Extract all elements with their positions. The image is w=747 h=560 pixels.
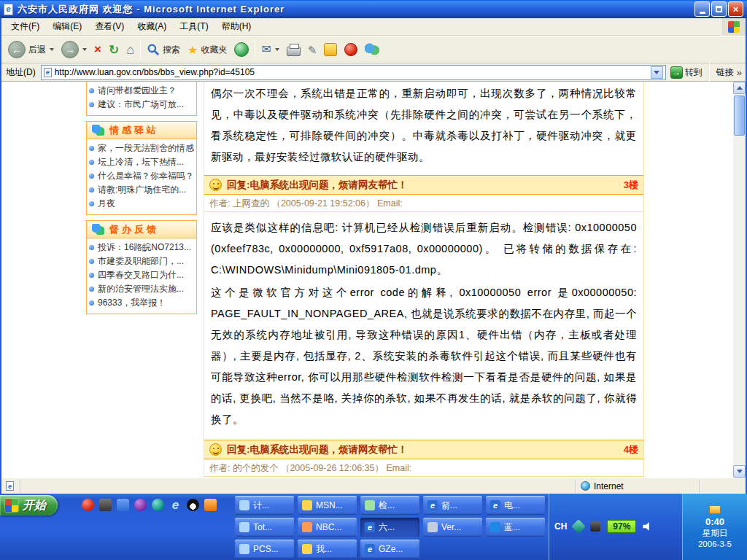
taskbar-button[interactable]: MSN... xyxy=(298,496,357,515)
taskbar-button[interactable]: PCS... xyxy=(235,540,294,559)
vertical-scrollbar[interactable] xyxy=(733,82,746,478)
minimize-button[interactable] xyxy=(694,1,710,17)
sidebar-topic-link[interactable]: 建议：市民广场可放... xyxy=(89,98,194,112)
floor-badge: 3楼 xyxy=(624,179,638,192)
ie-quick-launch-icon[interactable]: e xyxy=(169,499,182,511)
favorites-button[interactable]: ★ 收藏夹 xyxy=(184,41,231,59)
bullet-icon xyxy=(89,102,94,107)
qq-quick-launch-icon[interactable] xyxy=(187,499,199,511)
menu-edit[interactable]: 编辑(E) xyxy=(46,18,88,36)
sidebar-topic-link[interactable]: 请教:明珠广场住宅的... xyxy=(89,183,194,197)
app-icon xyxy=(239,522,249,532)
ie-app-icon: e xyxy=(490,500,500,510)
volume-icon[interactable] xyxy=(643,522,652,532)
taskbar-button[interactable]: 检... xyxy=(360,496,419,515)
mail-dropdown-icon[interactable] xyxy=(275,48,279,51)
ie-page-icon: e xyxy=(4,4,13,15)
scroll-down-button[interactable] xyxy=(733,465,746,478)
sidebar-topic-link[interactable]: 家，一段无法割舍的情感 xyxy=(89,141,194,155)
sidebar-topic-link[interactable]: 请问带都爱园业主？ xyxy=(89,84,194,98)
stop-button[interactable]: × xyxy=(90,40,105,59)
quick-launch-icon[interactable] xyxy=(204,499,217,511)
address-input[interactable]: e http://www.luan.gov.cn/bbs/bbs_view.ph… xyxy=(41,65,666,80)
start-button[interactable]: 开始 xyxy=(0,495,58,516)
taskbar-button[interactable]: 蓝... xyxy=(486,518,545,537)
home-button[interactable]: ⌂ xyxy=(123,40,138,60)
scroll-up-button[interactable] xyxy=(733,82,746,94)
sidebar-topic-link[interactable]: 月夜 xyxy=(89,197,194,211)
go-button[interactable]: → 转到 xyxy=(666,66,707,79)
bullet-icon xyxy=(89,300,94,306)
taskbar-button[interactable]: 我... xyxy=(298,540,357,559)
media-button[interactable] xyxy=(231,40,252,59)
sidebar-topic-link[interactable]: 96333，我举报！ xyxy=(89,296,194,310)
sidebar-topic-link[interactable]: 坛上冷清，坛下热情... xyxy=(89,155,194,169)
back-dropdown-icon[interactable] xyxy=(50,48,54,51)
language-indicator[interactable]: CH xyxy=(554,521,567,532)
mail-button[interactable]: ✉ xyxy=(258,42,282,58)
search-button[interactable]: 搜索 xyxy=(143,41,184,58)
sidebar-topic-link[interactable]: 市建委及职能部门，... xyxy=(89,254,194,268)
antivirus-tray-icon[interactable] xyxy=(571,519,586,534)
forward-dropdown-icon[interactable] xyxy=(82,48,87,51)
close-button[interactable]: × xyxy=(728,1,743,17)
scrollbar-thumb[interactable] xyxy=(734,96,745,136)
quick-launch-icon[interactable] xyxy=(99,499,112,511)
bullet-icon xyxy=(89,174,94,179)
menu-help[interactable]: 帮助(H) xyxy=(215,18,258,36)
window-title: 六安市人民政府网 欢迎您 - Microsoft Internet Explor… xyxy=(18,3,285,16)
links-chevron-icon[interactable]: » xyxy=(737,67,743,78)
qq-app-button[interactable] xyxy=(341,41,361,58)
maximize-button[interactable] xyxy=(711,1,727,17)
address-dropdown-button[interactable] xyxy=(651,66,663,79)
taskbar-button[interactable]: eGZe... xyxy=(360,540,419,559)
notes-app-button[interactable] xyxy=(320,41,341,58)
taskbar-button[interactable]: e电... xyxy=(486,496,545,515)
links-label[interactable]: 链接 xyxy=(712,66,737,79)
menu-favorites[interactable]: 收藏(A) xyxy=(131,18,173,36)
taskbar-button-active[interactable]: e六... xyxy=(360,518,419,537)
windows-logo-icon xyxy=(728,21,740,33)
quick-launch-icon[interactable] xyxy=(152,499,164,511)
taskbar: 开始 e 计... MSN... 检... e箭... e电... Tot...… xyxy=(0,494,747,560)
task-row-2: Tot... NBC... e六... Ver... 蓝... xyxy=(235,518,545,537)
taskbar-button[interactable]: 计... xyxy=(235,496,294,515)
app-icon xyxy=(239,500,249,510)
sidebar-topic-link[interactable]: 投诉：16路皖NO7213... xyxy=(89,241,194,254)
quick-launch-icon[interactable] xyxy=(117,499,129,511)
menu-view[interactable]: 查看(V) xyxy=(88,18,131,36)
status-bar: e Internet xyxy=(1,478,746,494)
clock-panel[interactable]: 0:40 星期日 2006-3-5 xyxy=(682,494,747,560)
forum-reply-4: 回复:电脑系统出现问题，烦请网友帮忙！ 4楼 作者: 的个的发个 （2005-0… xyxy=(204,440,643,478)
quick-launch-bar: e xyxy=(82,499,217,511)
reply-paragraph: 这个是微软官方对这个error code的解释, 0x10000050 erro… xyxy=(211,282,637,430)
arrow-up-icon xyxy=(737,86,743,90)
sidebar-topic-link[interactable]: 新的治安管理法实施... xyxy=(89,282,194,296)
tray-app-icon[interactable] xyxy=(590,521,600,532)
battery-indicator[interactable]: 97% xyxy=(607,520,636,533)
print-button[interactable] xyxy=(283,42,304,58)
taskbar-button[interactable]: Ver... xyxy=(423,518,482,537)
menu-file[interactable]: 文件(F) xyxy=(4,18,46,36)
back-button[interactable]: ← 后退 xyxy=(4,39,58,61)
power-tray-icon xyxy=(709,505,721,514)
app-icon xyxy=(365,500,375,510)
quick-launch-icon[interactable] xyxy=(134,499,147,511)
taskbar-button[interactable]: NBC... xyxy=(298,518,357,537)
messenger-button[interactable] xyxy=(361,41,383,58)
app-icon xyxy=(302,500,312,510)
refresh-button[interactable]: ↻ xyxy=(105,40,123,60)
bluetooth-app-icon xyxy=(490,522,500,532)
taskbar-button[interactable]: Tot... xyxy=(235,518,294,537)
sidebar-topic-link[interactable]: 四季春交叉路口为什... xyxy=(89,268,194,282)
sidebar-topic-link[interactable]: 什么是幸福？你幸福吗？ xyxy=(89,169,194,183)
edit-button[interactable]: ✎ xyxy=(304,42,321,58)
menu-tools[interactable]: 工具(T) xyxy=(173,18,214,36)
taskbar-button[interactable]: e箭... xyxy=(423,496,482,515)
title-bar[interactable]: e 六安市人民政府网 欢迎您 - Microsoft Internet Expl… xyxy=(0,0,747,18)
app-icon xyxy=(427,522,438,532)
windows-logo-box xyxy=(721,18,746,36)
forward-button[interactable]: → xyxy=(58,39,90,61)
quick-launch-icon[interactable] xyxy=(82,499,94,511)
sidebar-topic-list: 请问带都爱园业主？ 建议：市民广场可放... xyxy=(86,82,197,116)
